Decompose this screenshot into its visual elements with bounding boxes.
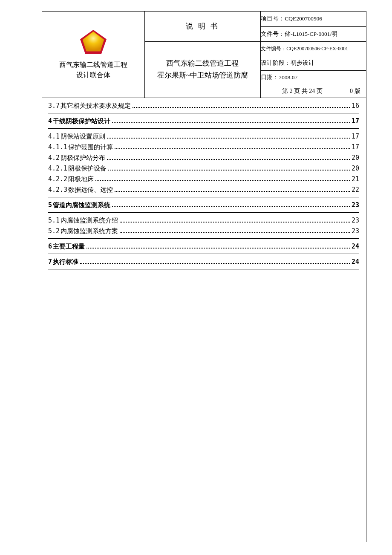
toc-row: 4.2.1 阴极保护设备20 xyxy=(48,163,359,174)
toc-title: 其它相关技术要求及规定 xyxy=(61,101,131,111)
page-frame: 西气东输二线管道工程 设计联合体 说 明 书 项目号：CQE200700506 … xyxy=(42,11,366,542)
toc-row: 4 干线阴极保护站设计17 xyxy=(48,116,359,127)
toc-title: 主要工程量 xyxy=(53,241,85,252)
toc-separator xyxy=(48,212,359,213)
toc-separator xyxy=(48,269,359,269)
meta-project-no: 项目号：CQE200700506 xyxy=(261,12,366,26)
header-table: 西气东输二线管道工程 设计联合体 说 明 书 项目号：CQE200700506 … xyxy=(42,12,366,98)
toc-title: 阴极保护站分布 xyxy=(61,153,105,163)
meta-value: 储-L1015-CP-0001/明 xyxy=(285,31,337,37)
meta-date: 日期：2008.07 xyxy=(261,70,366,85)
version: 0 版 xyxy=(344,85,366,98)
toc-title: 内腐蚀监测系统方案 xyxy=(61,226,118,237)
meta-value: 2008.07 xyxy=(279,74,297,81)
meta-label: 文件号： xyxy=(261,31,285,37)
toc-page: 23 xyxy=(352,226,359,237)
toc-number: 6 xyxy=(48,241,52,252)
meta-label: 文件编号： xyxy=(261,46,286,52)
toc-row: 7 执行标准24 xyxy=(48,257,359,267)
meta-label: 日期： xyxy=(261,74,279,81)
org-name-line1: 西气东输二线管道工程 xyxy=(59,60,127,70)
toc-title: 执行标准 xyxy=(53,257,78,267)
toc-leader xyxy=(120,232,350,233)
meta-value: 初步设计 xyxy=(291,60,314,66)
toc-row: 4.2.2 阳极地床21 xyxy=(48,174,359,185)
toc-leader xyxy=(112,122,350,123)
meta-phase: 设计阶段：初步设计 xyxy=(261,56,366,70)
meta-value: CQE200700506-CP-EX-0001 xyxy=(286,46,348,52)
toc-row: 4.1 阴保站设置原则17 xyxy=(48,131,359,142)
toc-number: 5.1 xyxy=(48,215,60,226)
toc-number: 7 xyxy=(48,257,52,267)
doc-title-line1: 西气东输二线管道工程 xyxy=(145,58,261,69)
toc-leader xyxy=(133,107,350,108)
toc-row: 4.1.1 保护范围的计算17 xyxy=(48,142,359,153)
toc-leader xyxy=(112,206,350,207)
toc-title: 干线阴极保护站设计 xyxy=(53,116,110,127)
cnpc-logo-icon xyxy=(77,29,110,55)
toc-separator xyxy=(48,113,359,113)
toc-page: 16 xyxy=(352,101,359,111)
meta-label: 设计阶段： xyxy=(261,60,291,66)
meta-label: 项目号： xyxy=(261,15,285,22)
toc-page: 20 xyxy=(352,163,359,174)
toc-number: 4 xyxy=(48,116,52,127)
toc-leader xyxy=(86,248,350,249)
toc-number: 5.2 xyxy=(48,226,60,237)
toc-number: 4.2 xyxy=(48,153,60,163)
toc-separator xyxy=(48,254,359,254)
toc-number: 4.1 xyxy=(48,131,60,142)
toc-title: 阴极保护设备 xyxy=(68,163,107,174)
toc-page: 20 xyxy=(352,153,359,163)
pager: 第 2 页 共 24 页 xyxy=(261,85,344,98)
toc-separator xyxy=(48,128,359,129)
toc-row: 4.2 阴极保护站分布20 xyxy=(48,153,359,163)
doc-title: 西气东输二线管道工程 霍尔果斯~中卫站场管道防腐 xyxy=(144,41,261,98)
org-cell: 西气东输二线管道工程 设计联合体 xyxy=(42,12,144,98)
org-block: 西气东输二线管道工程 设计联合体 xyxy=(42,12,144,98)
toc-leader xyxy=(120,222,350,223)
toc-row: 4.2.3 数据远传、远控22 xyxy=(48,185,359,195)
table-of-contents: 3.7 其它相关技术要求及规定164 干线阴极保护站设计174.1 阴保站设置原… xyxy=(42,98,366,269)
toc-title: 管道内腐蚀监测系统 xyxy=(53,200,110,211)
toc-leader xyxy=(108,170,350,171)
toc-page: 22 xyxy=(352,185,359,195)
toc-leader xyxy=(115,148,350,149)
toc-leader xyxy=(115,191,350,192)
toc-page: 21 xyxy=(352,174,359,185)
toc-page: 24 xyxy=(352,241,359,252)
toc-page: 23 xyxy=(352,200,359,211)
doc-type: 说 明 书 xyxy=(144,12,261,41)
toc-leader xyxy=(107,159,350,160)
org-name-line2: 设计联合体 xyxy=(76,70,110,80)
toc-leader xyxy=(80,263,350,264)
toc-number: 4.2.1 xyxy=(48,163,67,174)
toc-page: 23 xyxy=(352,215,359,226)
toc-row: 6 主要工程量24 xyxy=(48,241,359,252)
meta-value: CQE200700506 xyxy=(285,15,322,22)
toc-page: 17 xyxy=(352,142,359,153)
toc-row: 5 管道内腐蚀监测系统23 xyxy=(48,200,359,211)
toc-title: 阴保站设置原则 xyxy=(61,131,105,142)
toc-number: 5 xyxy=(48,200,52,211)
toc-leader xyxy=(95,180,350,181)
toc-number: 3.7 xyxy=(48,101,60,111)
toc-leader xyxy=(107,138,350,139)
toc-separator xyxy=(48,238,359,239)
toc-number: 4.2.2 xyxy=(48,174,67,185)
toc-row: 5.2 内腐蚀监测系统方案23 xyxy=(48,226,359,237)
toc-page: 17 xyxy=(352,116,359,127)
toc-page: 24 xyxy=(352,257,359,267)
toc-row: 3.7 其它相关技术要求及规定16 xyxy=(48,101,359,111)
toc-number: 4.1.1 xyxy=(48,142,67,153)
toc-number: 4.2.3 xyxy=(48,185,67,195)
toc-title: 保护范围的计算 xyxy=(68,142,113,153)
toc-separator xyxy=(48,197,359,197)
page: 西气东输二线管道工程 设计联合体 说 明 书 项目号：CQE200700506 … xyxy=(0,0,392,555)
toc-page: 17 xyxy=(352,131,359,142)
toc-title: 阳极地床 xyxy=(68,174,94,185)
meta-file-no: 文件号：储-L1015-CP-0001/明 xyxy=(261,26,366,41)
toc-title: 内腐蚀监测系统介绍 xyxy=(61,215,118,226)
toc-row: 5.1 内腐蚀监测系统介绍23 xyxy=(48,215,359,226)
doc-title-line2: 霍尔果斯~中卫站场管道防腐 xyxy=(145,69,261,81)
